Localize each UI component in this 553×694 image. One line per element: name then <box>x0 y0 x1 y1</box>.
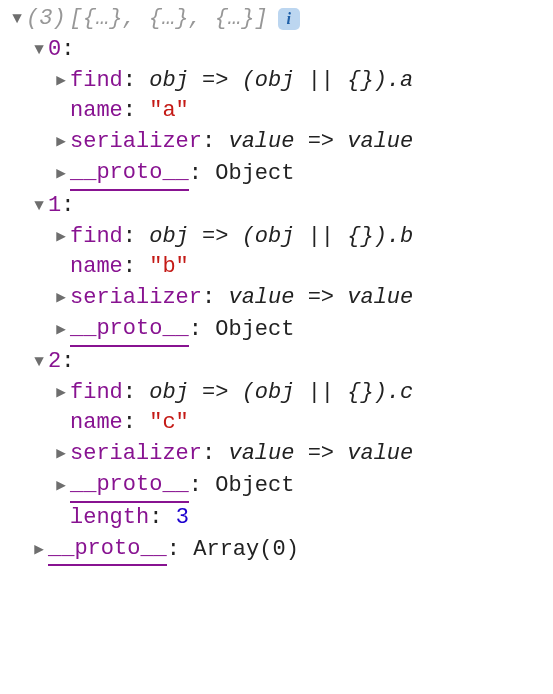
expand-toggle-icon[interactable]: ▶ <box>52 70 70 92</box>
array-count: (3) <box>26 4 66 35</box>
property-value: value => value <box>228 439 413 470</box>
property-value: obj => (obj || {}).c <box>149 378 413 409</box>
property-row-find[interactable]: ▶ find: obj => (obj || {}).b <box>8 222 545 253</box>
property-value: Object <box>215 471 294 502</box>
property-key: serializer <box>70 127 202 158</box>
property-key: __proto__ <box>48 534 167 567</box>
property-key: find <box>70 66 123 97</box>
property-value: value => value <box>228 283 413 314</box>
colon: : <box>61 35 74 66</box>
property-key: name <box>70 252 123 283</box>
expand-toggle-icon[interactable]: ▶ <box>52 475 70 497</box>
property-key: __proto__ <box>70 470 189 503</box>
expand-toggle-icon[interactable]: ▶ <box>52 226 70 248</box>
property-row-serializer[interactable]: ▶ serializer: value => value <box>8 127 545 158</box>
property-value: "a" <box>149 96 189 127</box>
expand-toggle-icon[interactable]: ▶ <box>52 443 70 465</box>
property-value: obj => (obj || {}).b <box>149 222 413 253</box>
array-index-row[interactable]: ▼ 2: <box>8 347 545 378</box>
property-key: serializer <box>70 283 202 314</box>
array-preview: [{…}, {…}, {…}] <box>70 4 268 35</box>
property-value: "b" <box>149 252 189 283</box>
array-summary-row[interactable]: ▼ (3) [{…}, {…}, {…}] i <box>8 4 545 35</box>
property-key: find <box>70 378 123 409</box>
property-row-name[interactable]: name: "a" <box>8 96 545 127</box>
property-value: value => value <box>228 127 413 158</box>
property-key: __proto__ <box>70 314 189 347</box>
property-row-length[interactable]: length: 3 <box>8 503 545 534</box>
property-row-name[interactable]: name: "c" <box>8 408 545 439</box>
expand-toggle-icon[interactable]: ▶ <box>52 131 70 153</box>
expand-toggle-icon[interactable]: ▶ <box>30 539 48 561</box>
expand-toggle-icon[interactable]: ▼ <box>8 8 26 30</box>
property-row-find[interactable]: ▶ find: obj => (obj || {}).c <box>8 378 545 409</box>
property-key: find <box>70 222 123 253</box>
property-key: __proto__ <box>70 158 189 191</box>
property-row-proto[interactable]: ▶ __proto__: Object <box>8 314 545 347</box>
property-row-serializer[interactable]: ▶ serializer: value => value <box>8 439 545 470</box>
property-key: name <box>70 96 123 127</box>
property-value: Object <box>215 315 294 346</box>
property-row-proto[interactable]: ▶ __proto__: Array(0) <box>8 534 545 567</box>
property-key: name <box>70 408 123 439</box>
expand-toggle-icon[interactable]: ▶ <box>52 287 70 309</box>
expand-toggle-icon[interactable]: ▶ <box>52 382 70 404</box>
expand-toggle-icon[interactable]: ▼ <box>30 351 48 373</box>
property-value: "c" <box>149 408 189 439</box>
property-value: obj => (obj || {}).a <box>149 66 413 97</box>
property-value: Object <box>215 159 294 190</box>
property-row-proto[interactable]: ▶ __proto__: Object <box>8 158 545 191</box>
expand-toggle-icon[interactable]: ▶ <box>52 163 70 185</box>
property-key: serializer <box>70 439 202 470</box>
array-index: 2 <box>48 347 61 378</box>
expand-toggle-icon[interactable]: ▶ <box>52 319 70 341</box>
array-index: 0 <box>48 35 61 66</box>
expand-toggle-icon[interactable]: ▼ <box>30 195 48 217</box>
property-row-proto[interactable]: ▶ __proto__: Object <box>8 470 545 503</box>
info-icon[interactable]: i <box>278 8 300 30</box>
property-value: 3 <box>176 503 189 534</box>
array-index-row[interactable]: ▼ 0: <box>8 35 545 66</box>
property-key: length <box>70 503 149 534</box>
array-index: 1 <box>48 191 61 222</box>
property-row-serializer[interactable]: ▶ serializer: value => value <box>8 283 545 314</box>
expand-toggle-icon[interactable]: ▼ <box>30 39 48 61</box>
property-row-find[interactable]: ▶ find: obj => (obj || {}).a <box>8 66 545 97</box>
array-index-row[interactable]: ▼ 1: <box>8 191 545 222</box>
property-value: Array(0) <box>193 535 299 566</box>
property-row-name[interactable]: name: "b" <box>8 252 545 283</box>
